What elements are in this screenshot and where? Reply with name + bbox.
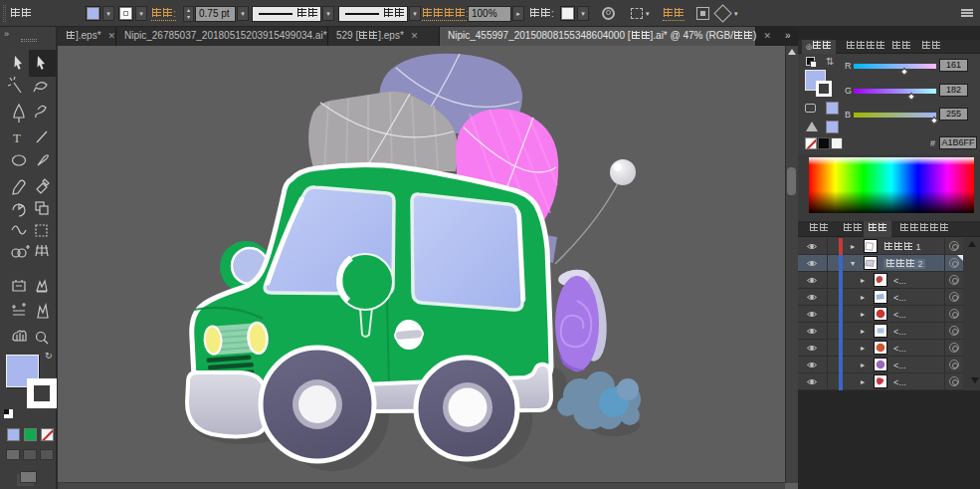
svg-text:T: T <box>13 130 21 145</box>
